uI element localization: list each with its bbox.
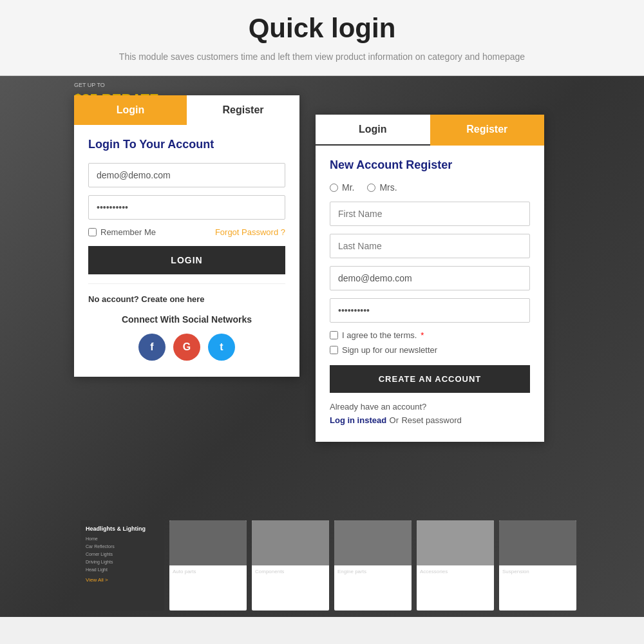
- newsletter-row: Sign up for our newsletter: [330, 345, 530, 355]
- mrs-option[interactable]: Mrs.: [367, 182, 397, 193]
- product-mini-5: Suspension: [499, 520, 576, 611]
- login-button[interactable]: LOGIN: [88, 246, 285, 274]
- product-mini-4: Accessories: [417, 520, 494, 611]
- login-card-body: Login To Your Account Remember Me Forgot…: [74, 125, 299, 377]
- remember-me-label[interactable]: Remember Me: [88, 227, 156, 237]
- page-title: Quick login: [6, 13, 638, 44]
- password-input[interactable]: [88, 195, 285, 220]
- reset-password-link[interactable]: Reset password: [401, 415, 461, 425]
- login-card-title: Login To Your Account: [88, 138, 285, 151]
- first-name-input[interactable]: [330, 202, 530, 226]
- products-row: Headlights & Lighting HomeCar Reflectors…: [74, 514, 644, 617]
- login-instead-link[interactable]: Log in instead: [330, 415, 386, 425]
- create-account-button[interactable]: CREATE AN ACCOUNT: [330, 365, 530, 393]
- login-tabs: Login Register: [74, 95, 299, 125]
- register-password-input[interactable]: [330, 298, 530, 323]
- product-mini-3: Engine parts: [334, 520, 412, 611]
- register-email-input[interactable]: [330, 266, 530, 290]
- email-input[interactable]: [88, 163, 285, 187]
- terms-checkbox[interactable]: [330, 331, 338, 339]
- mrs-radio[interactable]: [367, 184, 375, 192]
- already-account-text: Already have an account?: [330, 402, 530, 412]
- login-instead-row: Log in instead Or Reset password: [330, 414, 530, 426]
- twitter-icon[interactable]: t: [208, 334, 235, 361]
- register-tabs: Login Register: [316, 115, 544, 146]
- or-label: Or: [390, 415, 399, 425]
- remember-row: Remember Me Forgot Password ?: [88, 227, 285, 237]
- google-icon[interactable]: G: [173, 334, 200, 361]
- mr-option[interactable]: Mr.: [330, 182, 354, 193]
- register-tab-register[interactable]: Register: [430, 115, 545, 146]
- tab-login[interactable]: Login: [74, 95, 187, 125]
- last-name-input[interactable]: [330, 234, 530, 258]
- social-section: Connect With Social Networks f G t: [88, 314, 285, 361]
- register-card: Login Register New Account Register Mr. …: [316, 115, 544, 442]
- header: Quick login This module saves customers …: [0, 0, 644, 76]
- mr-radio[interactable]: [330, 184, 338, 192]
- terms-row: I agree to the terms. *: [330, 330, 530, 340]
- tab-register[interactable]: Register: [187, 95, 299, 125]
- page-subtitle: This module saves customers time and lef…: [6, 50, 638, 64]
- terms-asterisk: *: [421, 330, 424, 340]
- no-account-text: No account? Create one here: [88, 283, 285, 304]
- gender-row: Mr. Mrs.: [330, 182, 530, 193]
- forgot-password-link[interactable]: Forgot Password ?: [215, 227, 285, 237]
- headlights-card: Headlights & Lighting HomeCar Reflectors…: [80, 520, 164, 611]
- social-title: Connect With Social Networks: [88, 314, 285, 325]
- product-mini-1: Auto parts: [169, 520, 247, 611]
- facebook-icon[interactable]: f: [138, 334, 166, 361]
- login-card: Login Register Login To Your Account Rem…: [74, 95, 299, 377]
- register-card-title: New Account Register: [330, 158, 530, 172]
- register-tab-login[interactable]: Login: [316, 115, 430, 146]
- social-icons-row: f G t: [88, 334, 285, 361]
- register-card-body: New Account Register Mr. Mrs. I agree to…: [316, 146, 544, 442]
- product-mini-2: Components: [252, 520, 329, 611]
- remember-me-checkbox[interactable]: [88, 228, 97, 236]
- background-area: GET UP TO $35 REBATE On All Engine Oil P…: [0, 76, 644, 617]
- newsletter-checkbox[interactable]: [330, 346, 338, 354]
